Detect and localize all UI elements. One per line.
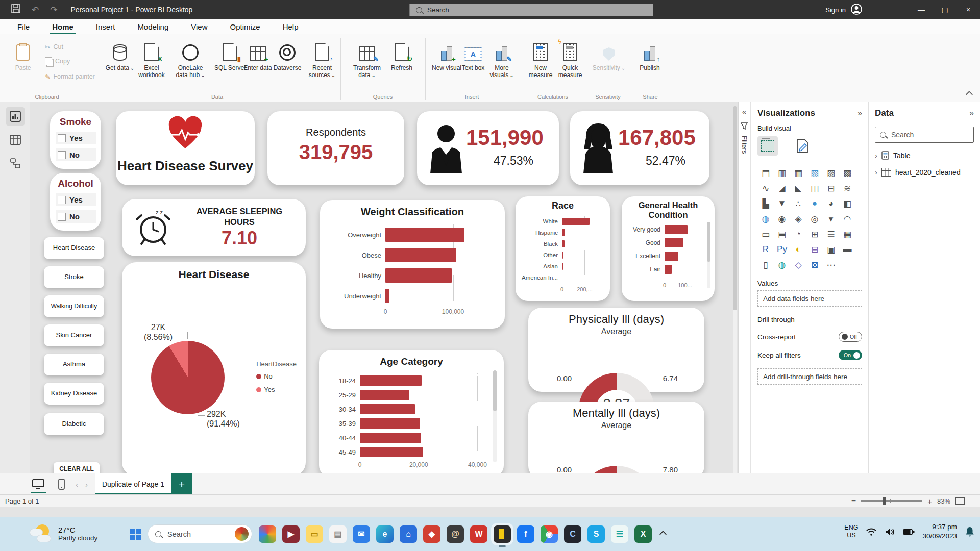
more-visuals-button[interactable]: ✎ More visuals xyxy=(484,38,520,89)
taskbar-search-input[interactable] xyxy=(166,530,225,539)
zoom-slider-handle[interactable] xyxy=(883,497,886,505)
weather-widget[interactable]: 27°C Partly cloudy xyxy=(30,523,97,544)
bar[interactable] xyxy=(665,225,688,234)
alcohol-no-option[interactable]: No xyxy=(56,210,96,223)
maximize-button[interactable]: ▢ xyxy=(933,0,957,19)
heart-disease-pie-chart[interactable]: Heart Disease 27K (8.56%) 292K (91.44%) … xyxy=(122,262,306,477)
bar[interactable] xyxy=(360,418,420,428)
bar[interactable] xyxy=(385,289,389,303)
legend-item-no[interactable]: No xyxy=(256,372,297,380)
heart-disease-filter-button[interactable]: Heart Disease xyxy=(44,237,104,259)
smoke-yes-option[interactable]: Yes xyxy=(56,132,96,144)
bar[interactable] xyxy=(562,252,563,259)
zoom-out-button[interactable]: − xyxy=(851,496,856,506)
taskbar-overflow-chevron-icon[interactable] xyxy=(659,530,667,537)
bar[interactable] xyxy=(385,268,452,282)
get-data-button[interactable]: Get data xyxy=(102,38,138,89)
kidney-disease-filter-button[interactable]: Kidney Disease xyxy=(44,383,104,405)
bar[interactable] xyxy=(385,228,464,241)
line-clustered-column-chart-icon[interactable]: ⊟ xyxy=(823,181,839,196)
media-player-app-icon[interactable]: ▶ xyxy=(282,525,300,543)
multi-row-card-icon[interactable]: ▤ xyxy=(774,227,790,242)
clustered-bar-chart-icon[interactable]: ▦ xyxy=(790,165,806,181)
refresh-button[interactable]: ↻ Refresh xyxy=(384,38,420,89)
bar[interactable] xyxy=(562,263,563,270)
page-tab[interactable]: Duplicate of Page 1 xyxy=(95,473,171,495)
store-app-icon[interactable]: ⌂ xyxy=(400,525,417,543)
excel-workbook-button[interactable]: X Excel workbook xyxy=(134,38,169,89)
menu-modeling[interactable]: Modeling xyxy=(126,19,180,34)
smart-narrative-icon[interactable]: ▬ xyxy=(839,242,855,257)
kpi-icon[interactable]: ◔ xyxy=(790,227,806,242)
data-search-input[interactable] xyxy=(890,130,964,139)
skin-cancer-filter-button[interactable]: Skin Cancer xyxy=(44,324,104,346)
clustered-column-chart-icon[interactable]: ▧ xyxy=(806,165,823,181)
clock-widget[interactable]: 9:37 pm 30/09/2023 xyxy=(922,522,957,541)
bar[interactable] xyxy=(665,238,683,247)
checkbox-icon[interactable] xyxy=(58,134,66,142)
more-visuals-ellipsis-icon[interactable]: ⋯ xyxy=(823,257,839,272)
waterfall-chart-icon[interactable]: ▙ xyxy=(757,196,774,211)
checkbox-icon[interactable] xyxy=(58,213,66,221)
respondents-card[interactable]: Respondents 319,795 xyxy=(267,111,404,185)
funnel-chart-icon[interactable]: ▼ xyxy=(774,196,790,211)
format-painter-button[interactable]: ✎Format painter xyxy=(45,71,95,82)
menu-home[interactable]: Home xyxy=(41,19,85,34)
publish-button[interactable]: ↑ Publish xyxy=(632,38,668,89)
redo-icon[interactable]: ↷ xyxy=(50,5,57,15)
menu-insert[interactable]: Insert xyxy=(85,19,127,34)
keep-all-filters-toggle[interactable]: On xyxy=(839,350,862,360)
desktop-layout-button[interactable] xyxy=(26,473,51,495)
qa-visual-icon[interactable]: ▣ xyxy=(823,242,839,257)
skype-app-icon[interactable]: S xyxy=(587,525,605,543)
language-switcher[interactable]: ENG US xyxy=(844,524,858,540)
report-view-button[interactable] xyxy=(6,107,24,126)
shape-map-icon[interactable]: ◈ xyxy=(790,211,806,227)
menu-optimize[interactable]: Optimize xyxy=(219,19,272,34)
windows-start-button[interactable] xyxy=(130,529,141,540)
azure-map-icon[interactable]: ◎ xyxy=(806,211,823,227)
canvas-scrollbar[interactable] xyxy=(733,106,737,480)
ribbon-chart-icon[interactable]: ≋ xyxy=(839,181,855,196)
python-visual-icon[interactable]: Py xyxy=(774,242,790,257)
minimize-button[interactable]: — xyxy=(910,0,933,19)
mobile-layout-button[interactable] xyxy=(51,473,72,495)
global-search-bar[interactable] xyxy=(409,4,653,16)
data-table-item[interactable]: Table xyxy=(875,151,974,160)
smoke-no-option[interactable]: No xyxy=(56,148,96,161)
power-bi-app-icon[interactable]: ▊ xyxy=(494,525,511,543)
funnel-icon[interactable]: ▾ xyxy=(823,211,839,227)
photos-app-icon[interactable] xyxy=(259,525,276,543)
bar[interactable] xyxy=(562,229,565,237)
file-explorer-icon[interactable]: ▭ xyxy=(306,525,323,543)
save-icon[interactable] xyxy=(11,4,20,16)
card-visual-icon[interactable]: ▭ xyxy=(757,227,774,242)
table-view-button[interactable] xyxy=(6,131,24,149)
expand-filters-icon[interactable] xyxy=(742,107,746,116)
facebook-app-icon[interactable]: f xyxy=(517,525,534,543)
quick-measure-button[interactable]: ϟ Quick measure xyxy=(552,38,588,89)
sign-in-label[interactable]: Sign in xyxy=(825,6,846,14)
general-health-chart[interactable]: General Health Condition Very good Good … xyxy=(622,196,715,301)
bar[interactable] xyxy=(360,390,409,399)
weight-classification-chart[interactable]: Weight Classification Overweight Obese H… xyxy=(320,200,505,329)
age-category-chart[interactable]: Age Category 18-24 25-29 30-34 35-39 40-… xyxy=(319,350,504,478)
power-automate-icon[interactable]: ⊠ xyxy=(806,257,823,272)
zoom-slider[interactable] xyxy=(861,500,922,502)
sign-in-area[interactable]: Sign in xyxy=(825,0,863,19)
wolfram-app-icon[interactable]: W xyxy=(470,525,487,543)
cross-report-toggle[interactable]: Off xyxy=(839,332,862,342)
chart-scrollbar[interactable] xyxy=(707,222,710,288)
bar[interactable] xyxy=(562,218,590,226)
messages-app-icon[interactable]: ✉ xyxy=(353,525,370,543)
todo-app-icon[interactable]: ☰ xyxy=(611,525,628,543)
game-app-icon[interactable]: C xyxy=(564,525,581,543)
paginated-report-icon[interactable]: ▯ xyxy=(757,257,774,272)
bar[interactable] xyxy=(360,375,422,385)
menu-help[interactable]: Help xyxy=(272,19,310,34)
notes-app-icon[interactable]: ▤ xyxy=(329,525,347,543)
mentally-ill-gauge[interactable]: Mentally Ill (days) Average 3.90 0.00 7.… xyxy=(528,402,704,479)
sensitivity-button[interactable]: Sensitivity xyxy=(591,38,627,89)
funnel-icon[interactable] xyxy=(741,122,748,132)
collapse-ribbon-icon[interactable] xyxy=(966,91,973,98)
